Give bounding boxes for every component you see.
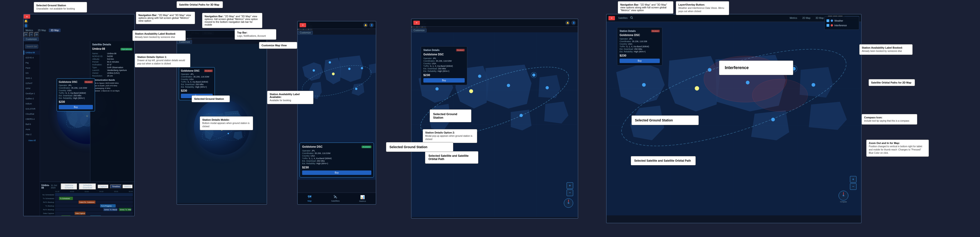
buy-button-3d[interactable]: Buy bbox=[59, 105, 93, 109]
details-panel-header: Satellite Details bbox=[92, 43, 132, 46]
detail-altitude: Altitude:519 km bbox=[92, 58, 132, 60]
timeline-row-7: Contact Opp. Contact Opp. Contact Opp. bbox=[41, 215, 133, 216]
buy-btn-2dl[interactable]: Buy bbox=[620, 59, 660, 63]
panel-2d-map: U 🔔 👤 2D 3D + − ☰ Customize bbox=[411, 19, 578, 219]
map-3d-nav-btn[interactable]: 3D Map bbox=[49, 29, 60, 32]
mobile-map: Goldstone DSC Available Operator: JPL Co… bbox=[298, 35, 376, 180]
svg-point-14 bbox=[228, 133, 229, 134]
schedule-download-btn[interactable]: Schedule Download bbox=[79, 183, 96, 190]
compass-ring-2dl[interactable]: N bbox=[838, 191, 848, 200]
sidebar-item-geoeye1[interactable]: GeoEye-1 bbox=[24, 91, 40, 96]
station-modal-country: Country: USA bbox=[620, 43, 660, 45]
zoom-out-2dl[interactable]: − bbox=[850, 183, 856, 190]
svg-point-33 bbox=[507, 84, 510, 87]
popup-coordinates: Coordinates: 35.206, 116.53W bbox=[59, 87, 93, 89]
logo: U bbox=[24, 14, 30, 19]
compass-2d: N bbox=[564, 199, 573, 208]
mobile-nav-map[interactable]: 🗺 Map bbox=[307, 195, 312, 202]
mobile-user-icon[interactable]: 👤 bbox=[369, 23, 374, 27]
3d-btn-2dl[interactable]: 3D Map bbox=[814, 16, 826, 20]
map-2d-nav-btn[interactable]: 2D Map bbox=[36, 29, 48, 32]
mobile-popup-reliability: Est. Reliability: High (95%+) bbox=[302, 162, 371, 165]
timeline-row-1: No Scheduled bbox=[41, 193, 133, 196]
view-all-link[interactable]: View All bbox=[24, 138, 40, 143]
bell-icon-3d-2[interactable]: 🔔 bbox=[254, 32, 259, 37]
rotate-btn[interactable]: ⟳ bbox=[34, 32, 39, 37]
callout-compass-icon: Compass Icon: include tool tip saying th… bbox=[862, 114, 917, 125]
sidebar-item-pace[interactable]: Pace bbox=[24, 66, 40, 70]
sidebar-item-galileo2[interactable]: Galileo-2 bbox=[24, 96, 40, 101]
svg-point-23 bbox=[361, 67, 363, 69]
svg-point-56 bbox=[792, 67, 795, 70]
zoom-in-btn-2d[interactable]: + bbox=[566, 183, 573, 189]
sidebar-item-golstar[interactable]: GOLSTAR bbox=[24, 107, 40, 111]
compass-text: Compass bbox=[838, 201, 848, 203]
mobile-bell-icon[interactable]: 🔔 bbox=[363, 23, 368, 27]
metrics-nav-btn[interactable]: Metrics bbox=[24, 29, 35, 32]
svg-point-4 bbox=[86, 115, 88, 117]
sidebar-item-iceye4[interactable]: ICEYE-4 bbox=[24, 56, 40, 60]
detail-type: Type:SAR Observation bbox=[92, 66, 132, 69]
popup-price: $230 bbox=[59, 100, 93, 104]
zoom-in-2dl[interactable]: + bbox=[850, 176, 856, 183]
modal-buy-btn[interactable]: Buy bbox=[423, 78, 465, 83]
station-modal-op: Operator: JPL bbox=[620, 38, 660, 40]
station-modal-status: Booked bbox=[651, 30, 660, 32]
sidebar-item-gznat[interactable]: GZNAT bbox=[24, 81, 40, 85]
station-popup-3d: Goldstone DSC Booked Operator: JPL Coord… bbox=[57, 78, 95, 111]
sidebar-item-bailb[interactable]: Bail-b bbox=[24, 122, 40, 126]
detail-launch: Launch:Vandenberg Aperture bbox=[92, 69, 132, 71]
sidebar-item-iridium[interactable]: Iridium bbox=[24, 102, 40, 106]
svg-point-13 bbox=[214, 117, 215, 119]
sidebar-item-alaz2[interactable]: Alaz-2 bbox=[24, 132, 40, 136]
metrics-btn-2dl[interactable]: Metrics bbox=[788, 16, 799, 20]
customize-btn-2d[interactable]: Customize bbox=[412, 28, 426, 32]
panel-2d-layers: U Satellites Metrics 2D Map 3D Map + − ⟳… bbox=[606, 14, 862, 223]
user-icon-3d-2[interactable]: 👤 bbox=[260, 32, 265, 37]
search-icon-2d[interactable] bbox=[630, 16, 633, 20]
callout-zoom-in-out: Zoom Out and In for Map: Position change… bbox=[866, 139, 929, 157]
sidebar-item-cloudsat[interactable]: CloudSat bbox=[24, 112, 40, 116]
weather-checkbox[interactable]: ✓ bbox=[827, 19, 829, 22]
satellites-tab[interactable]: Satellites bbox=[618, 17, 628, 19]
capture-btn[interactable]: Capture bbox=[97, 184, 109, 189]
compass-needle bbox=[568, 200, 569, 202]
mobile-nav-satellites[interactable]: 🛰 Satellites bbox=[331, 195, 340, 202]
status-badge: Operational bbox=[121, 48, 132, 50]
zoom-out-btn[interactable]: − bbox=[29, 32, 34, 37]
schedule-panel: Umbra-08 31 Oct 2024 Optimize Schedule S… bbox=[40, 182, 134, 216]
bell-icon-2d[interactable]: 🔔 bbox=[565, 21, 570, 25]
sidebar-item-paj[interactable]: Paj bbox=[24, 61, 40, 65]
sidebar-item-gs[interactable]: GS bbox=[24, 71, 40, 75]
timeline-rows: No Scheduled Tx Scheduled Tx Scheduled R… bbox=[41, 193, 133, 216]
satellite-name: Umbra-08 bbox=[92, 47, 105, 50]
search-input[interactable] bbox=[25, 45, 38, 49]
timeline-tab[interactable]: Timeline bbox=[110, 184, 122, 189]
2d-btn-2dl[interactable]: 2D Map bbox=[800, 16, 812, 20]
mobile-buy-btn[interactable]: Buy bbox=[302, 170, 371, 175]
sidebar-item-gpm[interactable]: GPM bbox=[24, 86, 40, 90]
mobile-bottom-nav: 🗺 Map 🛰 Satellites 📊 Metrics bbox=[298, 192, 376, 204]
zoom-in-btn[interactable]: + bbox=[24, 32, 28, 37]
user-icon[interactable]: 👤 bbox=[24, 23, 28, 28]
weather-layer-item[interactable]: ✓ Weather bbox=[827, 18, 857, 23]
svg-point-39 bbox=[630, 16, 632, 18]
customize-btn-3d[interactable]: Customize bbox=[24, 37, 39, 41]
callout-layer-overlay-btn: Layer/Overlay Button: Weather and Interf… bbox=[676, 1, 729, 15]
user-icon-2d[interactable]: 👤 bbox=[571, 21, 576, 25]
mobile-nav-metrics[interactable]: 📊 Metrics bbox=[359, 195, 366, 202]
sidebar-item-sms1[interactable]: SMS-1 bbox=[24, 76, 40, 80]
mobile-customize-btn[interactable]: Customize bbox=[298, 31, 313, 35]
zoom-out-btn-2d[interactable]: − bbox=[566, 189, 573, 196]
sidebar-item-aura[interactable]: Aura bbox=[24, 127, 40, 131]
customize-btn-3d-2[interactable]: Customize bbox=[177, 40, 192, 44]
bell-icon[interactable]: 🔔 bbox=[24, 19, 28, 23]
sidebar-item-cbers4[interactable]: CBERS-4 bbox=[24, 117, 40, 121]
interference-checkbox[interactable]: ✓ bbox=[827, 24, 829, 27]
svg-point-55 bbox=[811, 83, 815, 87]
sidebar-item-umbra08[interactable]: Umbra-08 bbox=[24, 50, 40, 54]
buy-btn-3d-2[interactable]: Buy bbox=[181, 94, 213, 98]
interference-layer-item[interactable]: ✓ Interference bbox=[827, 23, 857, 28]
optimize-schedule-btn[interactable]: Optimize Schedule bbox=[60, 183, 77, 190]
metrics-tab[interactable]: Metrics bbox=[123, 184, 133, 189]
